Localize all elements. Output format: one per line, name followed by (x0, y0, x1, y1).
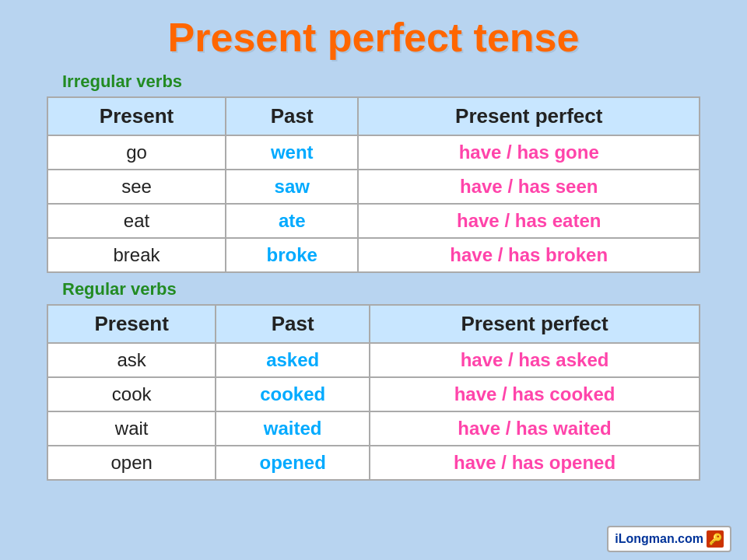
regular-perfect-3: have / has opened (370, 446, 700, 480)
logo: iLongman.com 🔑 (607, 526, 731, 552)
logo-icon: 🔑 (707, 530, 724, 548)
irregular-past-3: broke (226, 238, 358, 272)
regular-past-3: opened (216, 446, 370, 480)
regular-header-past: Past (216, 305, 370, 343)
irregular-present-2: eat (47, 204, 226, 238)
irregular-perfect-1: have / has seen (358, 170, 700, 204)
irregular-present-1: see (47, 170, 226, 204)
irregular-perfect-3: have / has broken (358, 238, 700, 272)
irregular-perfect-0: have / has gone (358, 135, 700, 170)
regular-present-1: cook (47, 377, 216, 411)
irregular-row-3: breakbrokehave / has broken (47, 238, 700, 272)
irregular-header-present: Present (47, 97, 226, 135)
regular-header-perfect: Present perfect (370, 305, 700, 343)
irregular-present-0: go (47, 135, 226, 170)
regular-perfect-0: have / has asked (370, 343, 700, 377)
logo-text: iLongman.com (615, 532, 703, 546)
regular-table-wrap: Present Past Present perfect askaskedhav… (47, 304, 700, 481)
page-title: Present perfect tense (0, 0, 747, 65)
irregular-table: Present Past Present perfect gowenthave … (47, 96, 700, 273)
irregular-past-1: saw (226, 170, 358, 204)
regular-present-0: ask (47, 343, 216, 377)
regular-row-2: waitwaitedhave / has waited (47, 411, 700, 446)
irregular-present-3: break (47, 238, 226, 272)
regular-row-3: openopenedhave / has opened (47, 446, 700, 480)
irregular-header-perfect: Present perfect (358, 97, 700, 135)
irregular-past-0: went (226, 135, 358, 170)
regular-perfect-1: have / has cooked (370, 377, 700, 411)
regular-present-2: wait (47, 411, 216, 446)
irregular-perfect-2: have / has eaten (358, 204, 700, 238)
irregular-header-past: Past (226, 97, 358, 135)
irregular-row-1: seesawhave / has seen (47, 170, 700, 204)
irregular-table-wrap: Present Past Present perfect gowenthave … (47, 96, 700, 273)
regular-header-present: Present (47, 305, 216, 343)
regular-past-1: cooked (216, 377, 370, 411)
regular-label: Regular verbs (62, 279, 747, 299)
regular-present-3: open (47, 446, 216, 480)
irregular-past-2: ate (226, 204, 358, 238)
irregular-row-0: gowenthave / has gone (47, 135, 700, 170)
regular-past-2: waited (216, 411, 370, 446)
irregular-row-2: eatatehave / has eaten (47, 204, 700, 238)
regular-row-0: askaskedhave / has asked (47, 343, 700, 377)
regular-perfect-2: have / has waited (370, 411, 700, 446)
regular-past-0: asked (216, 343, 370, 377)
regular-table: Present Past Present perfect askaskedhav… (47, 304, 700, 481)
irregular-label: Irregular verbs (62, 72, 747, 92)
regular-row-1: cookcookedhave / has cooked (47, 377, 700, 411)
